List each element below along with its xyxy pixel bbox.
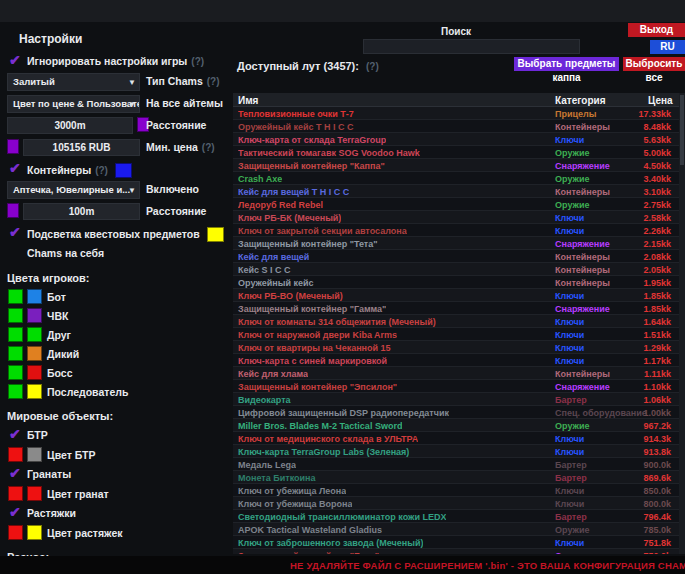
table-row[interactable]: Ключ-карта TerraGroup Labs (Зеленая)Ключ… (233, 445, 685, 458)
table-row[interactable]: Защищенный контейнер "Тета"Снаряжение2.1… (233, 237, 685, 250)
table-row[interactable]: Кейс для хламаКонтейнеры1.11kk (233, 367, 685, 380)
table-row[interactable]: Медаль LegaБартер900.0k (233, 458, 685, 471)
quest-items-highlight-checkbox[interactable]: ✔ (9, 225, 24, 240)
color-follower-swatch-2[interactable] (27, 384, 42, 399)
table-row[interactable]: Защищенный контейнер "Бета"Снаряжение750… (233, 549, 685, 554)
color-pmc-row: ЧВК (0, 307, 232, 326)
color-grenades-swatch-2[interactable] (27, 486, 42, 501)
containers-checkbox[interactable]: ✔ (9, 161, 24, 176)
table-row[interactable]: Оружейный кейсКонтейнеры1.95kk (233, 276, 685, 289)
color-tripwires-swatch-1[interactable] (8, 525, 23, 540)
ignore-game-settings-checkbox[interactable]: ✔ (9, 53, 24, 68)
color-scav-swatch-2[interactable] (27, 346, 42, 361)
color-bot-swatch-1[interactable] (8, 289, 23, 304)
color-friend-swatch-1[interactable] (8, 327, 23, 342)
item-category: Ключи (555, 434, 584, 444)
table-row[interactable]: Ключ от медицинского склада в УЛЬТРАКлюч… (233, 432, 685, 445)
ignore-game-settings-label: Игнорировать настройки игры(?) (27, 55, 204, 67)
table-row[interactable]: Кейс для вещей T H I C CКонтейнеры3.10kk (233, 185, 685, 198)
color-boss-swatch-2[interactable] (27, 365, 42, 380)
item-name: Монета Биткоина (238, 473, 316, 483)
table-row[interactable]: Ключ РБ-ВО (Меченый)Ключи1.85kk (233, 289, 685, 302)
loot-table-body: Тепловизионные очки Т-7Прицелы17.33kkОру… (233, 107, 685, 554)
container-types-dropdown[interactable]: Аптечка, Ювелирные и...▼ (7, 181, 140, 199)
table-row[interactable]: APOK Tactical Wasteland GladiusОружие785… (233, 523, 685, 536)
tripwires-checkbox[interactable]: ✔ (9, 505, 24, 520)
color-bot-label: Бот (47, 291, 66, 303)
container-distance-color-swatch[interactable] (7, 203, 19, 218)
drop-all-button[interactable]: Выбросить все (623, 57, 685, 71)
item-price: 3.10kk (643, 187, 671, 197)
table-row[interactable]: Ключ от заброшенного завода (Меченый)Клю… (233, 536, 685, 549)
config-warning-text: НЕ УДАЛЯЙТЕ ФАЙЛ С РАСШИРЕНИЕМ '.bin' - … (290, 560, 685, 571)
btr-checkbox[interactable]: ✔ (9, 427, 24, 442)
table-row[interactable]: Ключ от убежища ЛеонаКлючи850.0k (233, 484, 685, 497)
table-row[interactable]: Crash AxeОружие3.40kk (233, 172, 685, 185)
grenades-label: Гранаты (27, 468, 71, 480)
color-btr-swatch-2[interactable] (27, 447, 42, 462)
tripwires-label: Растяжки (27, 507, 76, 519)
item-category: Контейнеры (555, 122, 610, 132)
color-scav-swatch-1[interactable] (8, 346, 23, 361)
table-row[interactable]: Светодиодный трансиллюминатор кожи LEDXБ… (233, 510, 685, 523)
grenades-checkbox[interactable]: ✔ (9, 466, 24, 481)
table-row[interactable]: Тепловизионные очки Т-7Прицелы17.33kk (233, 107, 685, 120)
table-row[interactable]: Защищенный контейнер "Гамма"Снаряжение1.… (233, 302, 685, 315)
item-name: Crash Axe (238, 174, 282, 184)
table-row[interactable]: Ключ от квартиры на Чеканной 15Ключи1.29… (233, 341, 685, 354)
language-button[interactable]: RU (650, 40, 685, 54)
color-grenades-swatch-1[interactable] (8, 486, 23, 501)
table-row[interactable]: Кейс S I C CКонтейнеры2.05kk (233, 263, 685, 276)
color-friend-swatch-2[interactable] (27, 327, 42, 342)
scrollbar-thumb[interactable] (680, 95, 684, 165)
table-row[interactable]: Ледоруб Red RebelОружие2.75kk (233, 198, 685, 211)
table-row[interactable]: Оружейный кейс T H I C CКонтейнеры8.48kk (233, 120, 685, 133)
quest-items-highlight-color-swatch[interactable] (207, 227, 224, 242)
table-row[interactable]: Ключ от комнаты 314 общежития (Меченый)К… (233, 315, 685, 328)
table-row[interactable]: Ключ-карта от склада TerraGroupКлючи5.63… (233, 133, 685, 146)
chams-type-dropdown[interactable]: Залитый▼ (7, 73, 140, 91)
table-row[interactable]: Цифровой защищенный DSP радиопередатчикС… (233, 406, 685, 419)
table-row[interactable]: Защищенный контейнер "Эпсилон"Снаряжение… (233, 380, 685, 393)
item-name: Ключ от заброшенного завода (Меченый) (238, 538, 423, 548)
table-row[interactable]: Ключ-карта с синей маркировкойКлючи1.17k… (233, 354, 685, 367)
settings-panel: Настройки ✔Игнорировать настройки игры(?… (0, 22, 232, 556)
table-row[interactable]: Ключ от наружной двери Kiba ArmsКлючи1.5… (233, 328, 685, 341)
min-price-input[interactable]: 105156 RUB (23, 139, 140, 156)
chams-self-checkbox[interactable] (9, 245, 24, 260)
item-name: Оружейный кейс T H I C C (238, 122, 354, 132)
exit-button[interactable]: Выход (628, 23, 685, 37)
min-price-color-swatch[interactable] (7, 139, 19, 154)
item-distance-input[interactable]: 3000m (7, 117, 133, 134)
color-follower-swatch-1[interactable] (8, 384, 23, 399)
color-pmc-swatch-2[interactable] (27, 308, 42, 323)
color-btr-swatch-1[interactable] (8, 447, 23, 462)
btr-row: ✔БТР (0, 426, 232, 446)
color-scav-row: Дикий (0, 345, 232, 364)
item-name: Кейс для хлама (238, 369, 308, 379)
color-mode-dropdown[interactable]: Цвет по цене & Пользователь▼ (7, 95, 140, 113)
table-row[interactable]: Ключ от убежища ВоронаКлючи800.0k (233, 497, 685, 510)
color-bot-swatch-2[interactable] (27, 289, 42, 304)
table-row[interactable]: Монета БиткоинаБартер869.6k (233, 471, 685, 484)
item-category: Ключи (555, 486, 584, 496)
table-row[interactable]: Ключ от закрытой секции автосалонаКлючи2… (233, 224, 685, 237)
table-row[interactable]: Miller Bros. Blades M-2 Tactical SwordОр… (233, 419, 685, 432)
select-kappa-items-button[interactable]: Выбрать предметы каппа (514, 57, 619, 71)
item-category: Ключи (555, 343, 584, 353)
color-tripwires-swatch-2[interactable] (27, 525, 42, 540)
search-input[interactable] (363, 39, 580, 54)
table-row[interactable]: Тактический томагавк SOG Voodoo HawkОруж… (233, 146, 685, 159)
table-scrollbar[interactable] (679, 93, 685, 554)
table-row[interactable]: Защищенный контейнер "Каппа"Снаряжение4.… (233, 159, 685, 172)
color-pmc-swatch-1[interactable] (8, 308, 23, 323)
container-distance-input[interactable]: 100m (23, 203, 140, 220)
table-row[interactable]: ВидеокартаБартер1.06kk (233, 393, 685, 406)
containers-color-swatch[interactable] (115, 163, 132, 178)
table-row[interactable]: Кейс для вещейКонтейнеры2.08kk (233, 250, 685, 263)
table-row[interactable]: Ключ РБ-БК (Меченый)Ключи2.58kk (233, 211, 685, 224)
item-price: 1.85kk (643, 304, 671, 314)
item-name: Оружейный кейс (238, 278, 314, 288)
color-boss-swatch-1[interactable] (8, 365, 23, 380)
item-category: Снаряжение (555, 304, 610, 314)
